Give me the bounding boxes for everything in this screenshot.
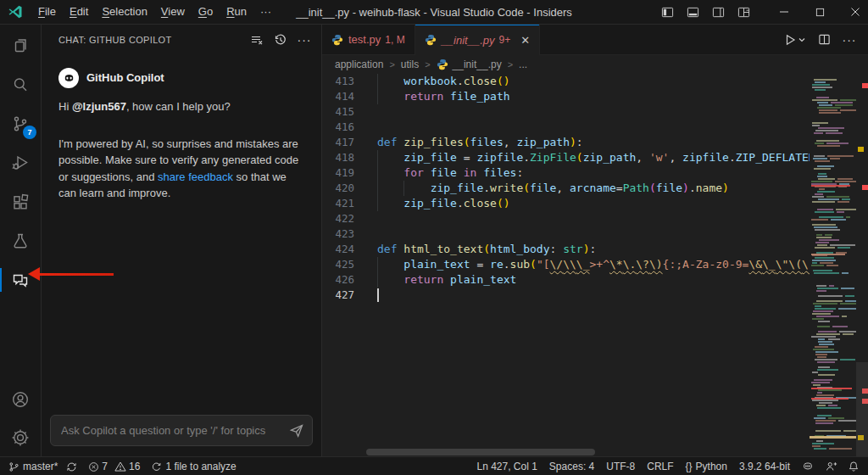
breadcrumb-separator-icon: > (508, 59, 513, 70)
text-cursor (377, 288, 379, 302)
editor-group: test.py1, M__init__.py9+✕ ··· applicatio… (322, 25, 868, 456)
minimize-button[interactable] (771, 0, 797, 24)
code-line: 424def html_to_text(html_body: str): (322, 242, 811, 257)
git-branch-item[interactable]: master* (8, 461, 77, 472)
line-number: 424 (322, 242, 354, 257)
line-number: 413 (322, 74, 354, 89)
sidebar-chat-panel: CHAT: GITHUB COPILOT ··· GitHub Copilot … (42, 25, 322, 456)
overview-ruler[interactable] (856, 74, 868, 456)
maximize-button[interactable] (807, 0, 832, 24)
explorer-icon[interactable] (0, 26, 41, 65)
tab-test.py[interactable]: test.py1, M (322, 25, 415, 54)
line-number: 415 (322, 104, 354, 120)
line-number: 416 (322, 120, 354, 135)
python-file-icon (425, 34, 437, 46)
close-window-button[interactable] (843, 0, 868, 24)
line-number: 426 (322, 272, 354, 288)
eol-item[interactable]: CRLF (647, 461, 673, 472)
menu-run[interactable]: Run (220, 0, 253, 24)
search-icon[interactable] (0, 65, 41, 104)
feedback-icon[interactable] (826, 461, 837, 472)
code-text: zip_file.write(file, arcname=Path(file).… (377, 181, 729, 196)
settings-gear-icon[interactable] (0, 419, 41, 456)
extensions-icon[interactable] (0, 182, 41, 221)
chat-panel-title: CHAT: GITHUB COPILOT (58, 35, 248, 45)
run-python-file-icon[interactable] (780, 30, 809, 50)
menu-view[interactable]: View (154, 0, 192, 24)
toggle-sidebar-icon[interactable] (654, 0, 680, 24)
breadcrumb-item-application[interactable]: application (335, 59, 383, 70)
problems-item[interactable]: 7 16 (88, 461, 140, 472)
menu-file[interactable]: File (31, 0, 63, 24)
close-tab-icon[interactable]: ✕ (520, 35, 530, 46)
code-text: def zip_files(files, zip_path): (377, 135, 583, 150)
source-control-icon[interactable]: 7 (0, 104, 41, 143)
python-interpreter-item[interactable]: 3.9.2 64-bit (739, 461, 790, 472)
run-and-debug-icon[interactable] (0, 143, 41, 182)
toggle-secondary-sidebar-icon[interactable] (705, 0, 731, 24)
code-line: 413 workbook.close() (322, 74, 811, 89)
notifications-bell-icon[interactable] (848, 461, 860, 472)
chat-history-icon[interactable] (272, 31, 289, 49)
chat-panel-header: CHAT: GITHUB COPILOT ··· (42, 25, 321, 54)
code-line: 425 plain_text = re.sub("[\/\\\_>+^\*\.\… (322, 257, 811, 272)
toggle-panel-icon[interactable] (680, 0, 705, 24)
chat-panel-actions: ··· (248, 31, 313, 49)
chat-more-actions-icon[interactable]: ··· (296, 31, 313, 49)
share-feedback-link[interactable]: share feedback (158, 170, 233, 183)
code-text: zip_file = zipfile.ZipFile(zip_path, 'w'… (377, 150, 811, 165)
line-number: 414 (322, 89, 354, 104)
title-bar: FileEditSelectionViewGoRun··· __init__.p… (0, 0, 868, 25)
menu-edit[interactable]: Edit (63, 0, 95, 24)
menu-selection[interactable]: Selection (95, 0, 153, 24)
chat-input[interactable] (50, 415, 313, 446)
testing-icon[interactable] (0, 221, 41, 260)
code-text: return file_path (377, 89, 510, 104)
vscode-window: { "title_bar": { "menus": ["File", "Edit… (0, 0, 868, 475)
indentation-item[interactable]: Spaces: 4 (549, 461, 594, 472)
breadcrumb-item-[interactable]: ... (519, 59, 527, 70)
breadcrumb-item-initpy[interactable]: __init__.py (437, 59, 502, 70)
code-line: 418 zip_file = zipfile.ZipFile(zip_path,… (322, 150, 811, 165)
chat-bot-name: GitHub Copilot (86, 70, 164, 87)
breadcrumb-separator-icon: > (389, 59, 394, 70)
minimap[interactable] (810, 74, 856, 456)
line-number: 421 (322, 196, 354, 211)
editor-more-actions-icon[interactable]: ··· (839, 30, 860, 50)
horizontal-scrollbar[interactable] (366, 449, 595, 455)
code-line: 426 return plain_text (322, 272, 811, 288)
analyze-item[interactable]: 1 file to analyze (151, 461, 236, 472)
code-line: 417def zip_files(files, zip_path): (322, 135, 811, 150)
code-lines: 413 workbook.close()414 return file_path… (322, 74, 811, 303)
chat-greeting: Hi @lzjun567, how can I help you? (58, 98, 304, 115)
cursor-position-item[interactable]: Ln 427, Col 1 (476, 461, 537, 472)
code-editor[interactable]: 413 workbook.close()414 return file_path… (322, 74, 868, 456)
line-number: 420 (322, 181, 354, 196)
breadcrumb-item-utils[interactable]: utils (401, 59, 419, 70)
copilot-chat-icon[interactable] (0, 260, 41, 299)
breadcrumb-separator-icon: > (425, 59, 430, 70)
customize-layout-icon[interactable] (731, 0, 756, 24)
menu-go[interactable]: Go (192, 0, 220, 24)
copilot-status-icon[interactable] (802, 461, 814, 472)
chat-send-icon[interactable] (288, 422, 305, 439)
tab-label: test.py (348, 33, 381, 46)
chat-conversation: GitHub Copilot Hi @lzjun567, how can I h… (42, 54, 321, 415)
editor-actions: ··· (780, 25, 868, 54)
clear-chat-icon[interactable] (248, 31, 265, 49)
line-number: 417 (322, 135, 354, 150)
vertical-scrollbar[interactable] (856, 362, 868, 456)
status-bar: master* 7 16 1 file to analyze Ln 427, C… (0, 456, 868, 475)
menu-more[interactable]: ··· (253, 0, 278, 24)
encoding-item[interactable]: UTF-8 (606, 461, 635, 472)
tab-__init__.py[interactable]: __init__.py9+✕ (415, 25, 540, 55)
language-mode-item[interactable]: {}Python (686, 461, 727, 472)
code-line: 421 zip_file.close() (322, 196, 811, 211)
accounts-icon[interactable] (0, 380, 41, 419)
code-text: def html_to_text(html_body: str): (377, 242, 596, 257)
code-line: 422 (322, 211, 811, 226)
code-line: 415 (322, 104, 811, 120)
analyze-icon (151, 461, 162, 472)
split-editor-icon[interactable] (814, 30, 834, 50)
code-text: plain_text = re.sub("[\/\\\_>+^\*\.\?\){… (377, 257, 811, 272)
